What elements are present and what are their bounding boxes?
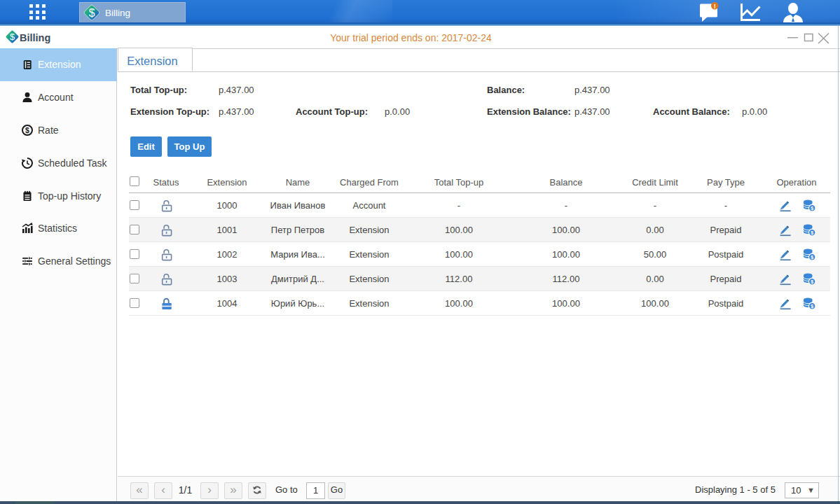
svg-text:$: $	[89, 7, 95, 19]
svg-text:$: $	[25, 126, 29, 134]
svg-text:!: !	[714, 3, 716, 10]
